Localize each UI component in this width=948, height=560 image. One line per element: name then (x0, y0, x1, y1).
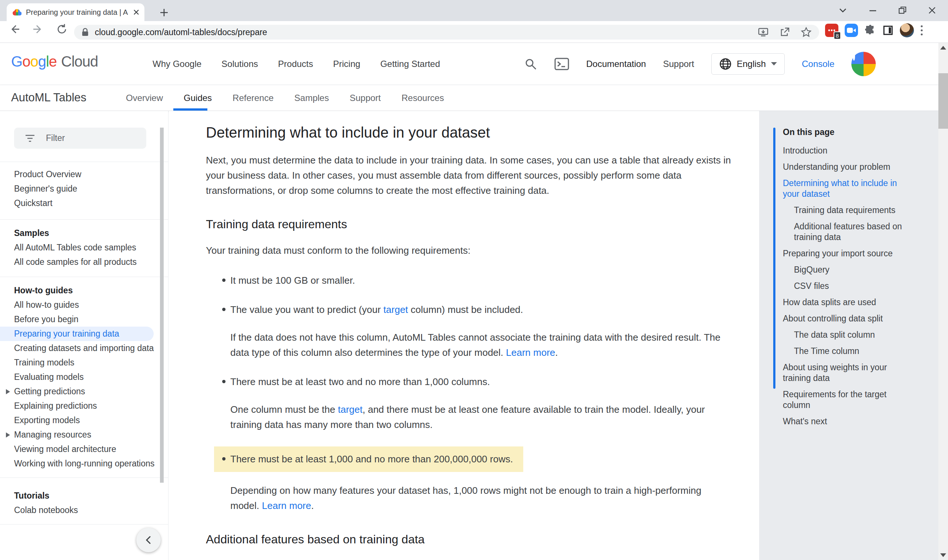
sidebar-item-colab-notebooks[interactable]: Colab notebooks (0, 503, 168, 517)
nav-products[interactable]: Products (278, 59, 313, 69)
back-icon[interactable] (8, 23, 21, 35)
sidebar-item-beginners-guide[interactable]: Beginner's guide (0, 182, 168, 196)
scroll-up-icon[interactable] (940, 46, 946, 49)
sidebar-item-creating-datasets[interactable]: Creating datasets and importing data (0, 341, 168, 355)
sidebar-item-preparing-training-data[interactable]: Preparing your training data (0, 327, 154, 341)
sidebar-item-product-overview[interactable]: Product Overview (0, 167, 168, 182)
sidebar-item-all-how-to[interactable]: All how-to guides (0, 298, 168, 312)
bookmark-star-icon[interactable] (801, 27, 812, 38)
search-icon[interactable] (524, 57, 537, 71)
tab-reference[interactable]: Reference (233, 93, 274, 103)
google-cloud-logo[interactable]: Google Cloud (11, 53, 98, 70)
url-text[interactable]: cloud.google.com/automl-tables/docs/prep… (95, 28, 752, 37)
sidebar-item-managing-resources[interactable]: Managing resources (0, 428, 168, 442)
tab-samples[interactable]: Samples (294, 93, 329, 103)
list-item: The value you want to predict (your targ… (206, 302, 736, 317)
reload-icon[interactable] (56, 23, 68, 35)
toc-item-training-data-requirements[interactable]: Training data requirements (783, 205, 915, 215)
target-link[interactable]: target (338, 404, 363, 415)
tab-guides[interactable]: Guides (184, 93, 212, 103)
toc-title: On this page (783, 127, 915, 137)
toc-item-csv-files[interactable]: CSV files (783, 281, 915, 291)
toc-item-how-data-splits[interactable]: How data splits are used (783, 297, 915, 308)
close-window-icon[interactable] (927, 6, 937, 15)
page-scrollbar[interactable] (939, 43, 948, 560)
header-actions: Documentation Support English Console (524, 43, 876, 85)
sidebar-item-viewing-model-architecture[interactable]: Viewing model architecture (0, 442, 168, 457)
toc-item-preparing-import-source[interactable]: Preparing your import source (783, 248, 915, 259)
sidebar-collapse-button[interactable] (136, 528, 161, 552)
sidebar-item-training-models[interactable]: Training models (0, 355, 168, 370)
nav-getting-started[interactable]: Getting Started (380, 59, 440, 69)
sidebar-item-getting-predictions[interactable]: Getting predictions (0, 384, 168, 399)
share-icon[interactable] (779, 27, 790, 38)
restore-icon[interactable] (898, 6, 907, 15)
toc-item-time-column[interactable]: The Time column (783, 346, 915, 357)
site-header: Google Cloud Why Google Solutions Produc… (0, 43, 939, 85)
filter-input[interactable] (45, 133, 128, 143)
sidebar-item-all-code-samples[interactable]: All code samples for all products (0, 255, 168, 269)
tab-overview[interactable]: Overview (126, 93, 163, 103)
zoom-extension-icon[interactable] (845, 24, 858, 37)
toc-item-bigquery[interactable]: BigQuery (783, 265, 915, 275)
minimize-icon[interactable] (868, 6, 878, 15)
tab-resources[interactable]: Resources (401, 93, 444, 103)
header-support-link[interactable]: Support (663, 59, 694, 69)
toc-item-target-column-requirements[interactable]: Requirements for the target column (783, 389, 915, 411)
toc-item-about-controlling-split[interactable]: About controlling data split (783, 313, 915, 324)
toc-item-introduction[interactable]: Introduction (783, 145, 915, 156)
sidebar-item-exporting-models[interactable]: Exporting models (0, 413, 168, 428)
cloud-wordmark: Cloud (61, 53, 98, 70)
toc-item-determining-dataset[interactable]: Determining what to include in your data… (783, 178, 915, 199)
toc-item-understanding-problem[interactable]: Understanding your problem (783, 162, 915, 172)
reader-extension-icon[interactable] (882, 25, 894, 36)
scroll-down-icon[interactable] (940, 553, 946, 557)
browser-profile-avatar[interactable] (900, 23, 914, 37)
url-bar[interactable]: cloud.google.com/automl-tables/docs/prep… (74, 25, 819, 40)
toc-item-whats-next[interactable]: What's next (783, 416, 915, 427)
scrollbar-thumb[interactable] (939, 73, 948, 129)
nav-solutions[interactable]: Solutions (221, 59, 258, 69)
expand-arrow-icon[interactable] (6, 432, 10, 438)
tab-support[interactable]: Support (350, 93, 381, 103)
list-item-note: Depending on how many features your data… (230, 483, 732, 513)
toc-item-additional-features[interactable]: Additional features based on training da… (783, 221, 915, 243)
target-link[interactable]: target (383, 304, 408, 315)
header-documentation-link[interactable]: Documentation (586, 59, 646, 69)
learn-more-link[interactable]: Learn more (506, 347, 555, 358)
cloud-shell-icon[interactable] (554, 58, 569, 70)
sidebar-scrollbar[interactable] (160, 128, 164, 483)
puzzle-extensions-icon[interactable] (864, 25, 876, 36)
product-title[interactable]: AutoML Tables (11, 91, 86, 104)
expand-arrow-icon[interactable] (6, 389, 10, 394)
sidebar-item-explaining-predictions[interactable]: Explaining predictions (0, 399, 168, 413)
kebab-menu-icon[interactable] (920, 25, 923, 36)
forward-icon[interactable] (32, 23, 45, 35)
window-controls (838, 3, 937, 18)
learn-more-link[interactable]: Learn more (262, 500, 311, 511)
toc-accent-bar (773, 128, 775, 389)
browser-tab[interactable]: Preparing your training data | A (7, 3, 144, 21)
sidebar-item-quickstart[interactable]: Quickstart (0, 196, 168, 211)
tab-search-chevron-icon[interactable] (838, 5, 848, 15)
intro-paragraph: Next, you must determine the data to inc… (206, 153, 736, 198)
tab-close-icon[interactable] (133, 9, 140, 16)
toc-item-data-split-column[interactable]: The data split column (783, 329, 915, 340)
sidebar-item-before-you-begin[interactable]: Before you begin (0, 312, 168, 327)
account-avatar[interactable] (851, 52, 876, 76)
sidebar-item-automl-code-samples[interactable]: All AutoML Tables code samples (0, 240, 168, 255)
sidebar-item-long-running-operations[interactable]: Working with long-running operations (0, 457, 168, 471)
install-icon[interactable] (758, 27, 769, 38)
language-selector[interactable]: English (711, 53, 785, 75)
on-this-page-panel: On this page Introduction Understanding … (759, 111, 939, 560)
nav-pricing[interactable]: Pricing (333, 59, 360, 69)
password-extension-icon[interactable]: 8 (825, 24, 838, 37)
sidebar-item-evaluating-models[interactable]: Evaluating models (0, 370, 168, 384)
list-item: There must be at least two and no more t… (206, 374, 736, 389)
toc-item-about-weights[interactable]: About using weights in your training dat… (783, 362, 915, 383)
nav-why-google[interactable]: Why Google (153, 59, 201, 69)
highlighted-list-item: There must be at least 1,000 and no more… (214, 446, 523, 472)
new-tab-button[interactable] (158, 6, 170, 19)
console-link[interactable]: Console (802, 59, 834, 69)
filter-box[interactable] (14, 128, 146, 149)
